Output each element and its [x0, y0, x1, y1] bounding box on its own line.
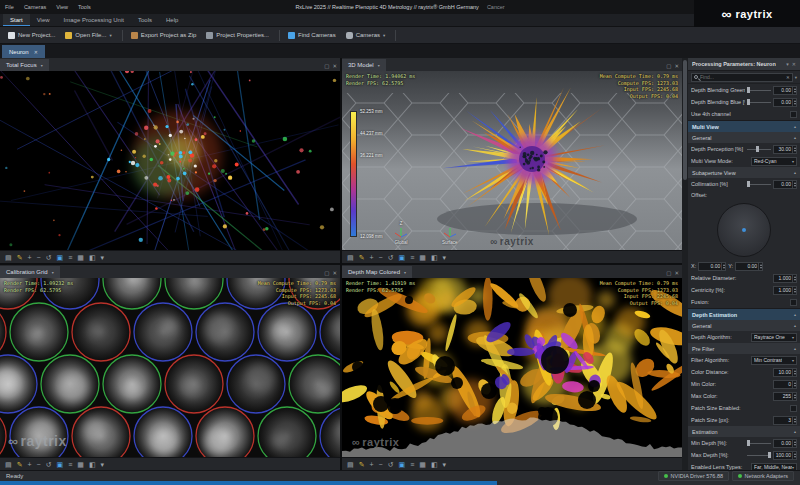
zoom-out-icon[interactable]: −	[37, 251, 41, 264]
spinner-arrows-icon[interactable]	[792, 417, 796, 424]
offset-x-value[interactable]: 0.00	[698, 262, 726, 271]
maximize-icon[interactable]: ▢	[666, 64, 671, 70]
tab-view[interactable]: View	[30, 14, 57, 26]
max-color-value[interactable]: 255	[773, 392, 797, 401]
spinner-arrows-icon[interactable]	[758, 263, 762, 270]
pin-icon[interactable]: ▾	[786, 61, 789, 67]
fit-view-icon[interactable]: ▣	[399, 458, 406, 471]
edit-icon[interactable]: ✎	[17, 251, 23, 264]
menu-file[interactable]: File	[5, 4, 14, 10]
color-distance-value[interactable]: 10.00	[773, 368, 797, 377]
grid-icon[interactable]: ▦	[77, 458, 84, 471]
fit-view-icon[interactable]: ▣	[399, 251, 406, 264]
network-adapters-status[interactable]: Network Adapters	[732, 471, 794, 481]
reset-view-icon[interactable]: ↺	[388, 251, 394, 264]
fit-view-icon[interactable]: ▣	[57, 458, 64, 471]
reset-view-icon[interactable]: ↺	[46, 458, 52, 471]
clear-search-icon[interactable]: ✕	[786, 75, 790, 80]
spinner-arrows-icon[interactable]	[792, 146, 796, 153]
viewport-tab-calibration-grid[interactable]: Calibration Grid ▾	[0, 266, 60, 278]
spinner-arrows-icon[interactable]	[721, 263, 725, 270]
cameras-dropdown[interactable]: Cameras ▾	[342, 29, 390, 42]
min-depth-slider[interactable]	[747, 439, 771, 447]
panel-scrollbar[interactable]	[682, 58, 688, 470]
more-icon[interactable]: ▾	[101, 458, 105, 471]
depth-map-canvas[interactable]: Render Time: 1.41919 ms Render FPS: 62.5…	[342, 278, 682, 457]
max-depth-slider[interactable]	[747, 451, 771, 459]
spinner-arrows-icon[interactable]	[792, 381, 796, 388]
maximize-icon[interactable]: ▢	[324, 271, 329, 277]
more-icon[interactable]: ▾	[443, 251, 447, 264]
zoom-in-icon[interactable]: +	[370, 458, 374, 471]
max-depth-value[interactable]: 100.00	[773, 451, 797, 460]
tab-start[interactable]: Start	[3, 14, 30, 26]
close-icon[interactable]: ✕	[792, 61, 796, 67]
spinner-arrows-icon[interactable]	[792, 287, 796, 294]
centricity-value[interactable]: 1.000	[773, 286, 797, 295]
zoom-out-icon[interactable]: −	[379, 458, 383, 471]
total-focus-canvas[interactable]	[0, 71, 340, 250]
edit-icon[interactable]: ✎	[359, 458, 365, 471]
min-color-value[interactable]: 0	[773, 380, 797, 389]
find-cameras-button[interactable]: Find Cameras	[284, 29, 340, 42]
export-zip-button[interactable]: Export Project as Zip	[127, 29, 201, 42]
subsection-general-2[interactable]: General▴	[688, 320, 800, 331]
offset-pad-control[interactable]	[717, 203, 771, 257]
reset-view-icon[interactable]: ↺	[46, 251, 52, 264]
subsection-estimation[interactable]: Estimation▴	[688, 426, 800, 437]
spinner-arrows-icon[interactable]	[792, 369, 796, 376]
zoom-in-icon[interactable]: +	[28, 458, 32, 471]
search-options-icon[interactable]: ▾	[795, 75, 797, 80]
depth-blending-blue-slider[interactable]	[747, 98, 771, 106]
zoom-out-icon[interactable]: −	[37, 458, 41, 471]
layers-icon[interactable]: ≡	[410, 251, 414, 264]
viewport-tab-3d-model[interactable]: 3D Model ▾	[342, 59, 386, 71]
tab-image-processing-unit[interactable]: Image Processing Unit	[57, 14, 131, 26]
zoom-in-icon[interactable]: +	[370, 251, 374, 264]
settings-icon[interactable]: ◧	[431, 458, 438, 471]
more-icon[interactable]: ▾	[101, 251, 105, 264]
patch-size-value[interactable]: 3	[773, 416, 797, 425]
layers-icon[interactable]: ≡	[410, 458, 414, 471]
camera-select-icon[interactable]: ▤	[5, 458, 12, 471]
new-project-button[interactable]: New Project...	[4, 29, 59, 42]
depth-blending-green-value[interactable]: 0.00	[773, 86, 797, 95]
tab-help[interactable]: Help	[159, 14, 185, 26]
menu-view[interactable]: View	[56, 4, 68, 10]
spinner-arrows-icon[interactable]	[792, 275, 796, 282]
close-icon[interactable]: ✕	[34, 49, 38, 55]
fit-view-icon[interactable]: ▣	[57, 251, 64, 264]
document-tab-neuron[interactable]: Neuron ✕	[2, 45, 45, 58]
depth-perception-slider[interactable]	[747, 145, 771, 153]
calibration-canvas[interactable]: Render Time: 1.09232 ms Render FPS: 62.5…	[0, 278, 340, 457]
settings-icon[interactable]: ◧	[89, 458, 96, 471]
camera-select-icon[interactable]: ▤	[347, 251, 354, 264]
grid-icon[interactable]: ▦	[77, 251, 84, 264]
patch-size-enabled-checkbox[interactable]	[790, 405, 797, 412]
spinner-arrows-icon[interactable]	[792, 440, 796, 447]
more-icon[interactable]: ▾	[443, 458, 447, 471]
close-icon[interactable]: ✕	[674, 64, 679, 70]
maximize-icon[interactable]: ▢	[666, 271, 671, 277]
edit-icon[interactable]: ✎	[359, 251, 365, 264]
depth-blending-green-slider[interactable]	[747, 86, 771, 94]
depth-perception-value[interactable]: 30.00	[773, 145, 797, 154]
subsection-subaperture-view[interactable]: Subaperture View▴	[688, 167, 800, 178]
section-multi-view[interactable]: Multi View▴	[688, 120, 800, 132]
close-icon[interactable]: ✕	[674, 271, 679, 277]
close-icon[interactable]: ✕	[332, 64, 337, 70]
multi-view-mode-dropdown[interactable]: Red-Cyan▾	[751, 157, 797, 166]
maximize-icon[interactable]: ▢	[324, 64, 329, 70]
viewport-tab-depth-map[interactable]: Depth Map Colored ▾	[342, 266, 412, 278]
spinner-arrows-icon[interactable]	[792, 393, 796, 400]
spinner-arrows-icon[interactable]	[792, 99, 796, 106]
depth-algorithm-dropdown[interactable]: Raytrace One▾	[751, 333, 797, 342]
zoom-out-icon[interactable]: −	[379, 251, 383, 264]
nvidia-driver-status[interactable]: NVIDIA Driver 576.88	[658, 471, 729, 481]
viewport-tab-total-focus[interactable]: Total Focus ▾	[0, 59, 49, 71]
spinner-arrows-icon[interactable]	[792, 452, 796, 459]
use-4th-channel-checkbox[interactable]	[790, 111, 797, 118]
open-file-button[interactable]: Open File... ▾	[61, 29, 115, 42]
collimation-value[interactable]: 0.00	[773, 180, 797, 189]
min-depth-value[interactable]: 0.00	[773, 439, 797, 448]
